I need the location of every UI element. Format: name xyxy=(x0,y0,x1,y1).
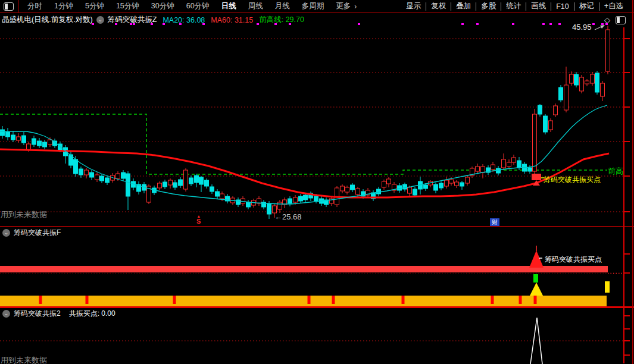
buy-arrow-red xyxy=(529,250,544,268)
app-window: 分时1分钟5分钟15分钟30分钟60分钟日线周线月线多周期更多› 显示复权叠加多… xyxy=(0,0,634,364)
chevron-down-icon[interactable]: ⌄ xyxy=(2,310,10,318)
candlestick-series xyxy=(1,26,610,219)
buy-signal-label-panel2: 筹码突破共振买点 xyxy=(545,255,602,265)
buy-signal-label-main: 筹码突破共振买点 xyxy=(544,175,601,185)
main-gridlines xyxy=(0,39,623,212)
panel3-top-border xyxy=(0,306,634,308)
prev-high-label: 前高 xyxy=(608,166,623,177)
panel3-header: ⌄ 筹码突破共振2 共振买点: 0.00 xyxy=(2,309,115,319)
window-right-edge xyxy=(632,0,633,364)
finance-report-marker[interactable]: 财 xyxy=(490,218,499,226)
panel2-top-border xyxy=(0,226,634,227)
future-data-note-panel3: 用到未来数据 xyxy=(1,355,47,364)
price-high-label: 45.95 xyxy=(572,23,592,32)
yellow-signal-band xyxy=(0,296,607,306)
panel2-header: ⌄ 筹码突破共振F xyxy=(2,228,61,238)
green-signal-block xyxy=(533,274,538,283)
ma20-line xyxy=(0,105,607,204)
panel3-graphics xyxy=(0,318,623,364)
chevron-down-icon[interactable]: ⌄ xyxy=(2,229,10,237)
sell-marker-letter: S xyxy=(196,218,201,224)
right-axis xyxy=(624,27,630,363)
panel3-signal-value: 共振买点: 0.00 xyxy=(69,309,115,319)
price-low-label: ←25.68 xyxy=(274,212,302,221)
magenta-marks xyxy=(92,23,608,25)
buy-arrow-yellow xyxy=(530,283,543,296)
panel2-title[interactable]: 筹码突破共振F xyxy=(14,228,61,238)
sell-marker[interactable]: ▴ S xyxy=(196,214,201,224)
prev-high-line xyxy=(0,114,607,174)
panel3-title[interactable]: 筹码突破共振2 xyxy=(14,309,61,319)
ma20 xyxy=(0,105,607,204)
price-high-pointer xyxy=(595,25,605,30)
red-signal-band xyxy=(0,266,608,272)
future-data-note-main: 用到未来数据 xyxy=(1,209,47,220)
panel2-graphics xyxy=(0,246,623,306)
prev-high-dash-line xyxy=(0,114,607,174)
yellow-end-block xyxy=(605,281,610,293)
